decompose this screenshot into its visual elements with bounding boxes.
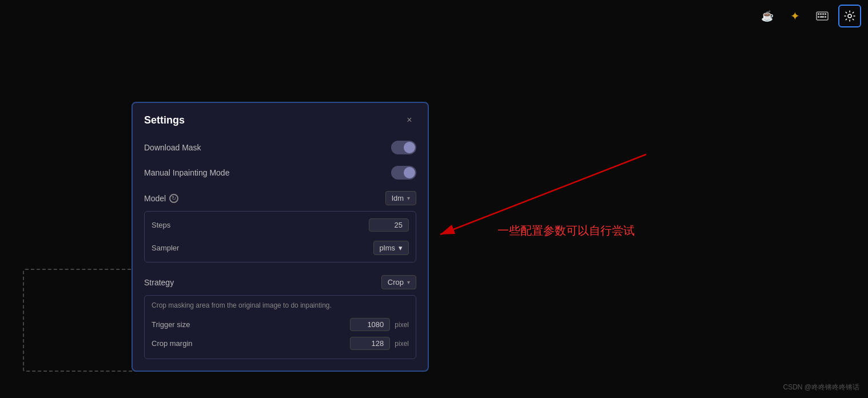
strategy-label: Strategy: [144, 278, 174, 287]
trigger-size-unit: pixel: [395, 321, 409, 329]
steps-label: Steps: [152, 221, 170, 229]
svg-rect-1: [818, 13, 819, 15]
strategy-row: Strategy Crop ▾: [144, 270, 416, 295]
manual-inpainting-row: Manual Inpainting Mode: [144, 160, 416, 185]
keyboard-button[interactable]: [811, 5, 834, 27]
crop-description: Crop masking area from the original imag…: [152, 301, 409, 309]
watermark: CSDN @咚咚锵咚咚锵话: [783, 383, 859, 392]
svg-rect-7: [825, 16, 826, 18]
sun-button[interactable]: ✦: [783, 5, 806, 27]
steps-input[interactable]: [369, 218, 409, 232]
download-mask-toggle[interactable]: [391, 141, 416, 154]
toolbar: ☕ ✦: [749, 0, 868, 32]
sampler-label: Sampler: [152, 244, 179, 252]
steps-row: Steps: [145, 214, 416, 236]
svg-rect-4: [825, 13, 826, 15]
sampler-row: Sampler plms ▾: [145, 236, 416, 260]
dialog-header: Settings ×: [133, 103, 428, 135]
chevron-down-icon: ▾: [407, 195, 410, 201]
model-dropdown[interactable]: ldm ▾: [385, 191, 416, 205]
manual-inpainting-toggle[interactable]: [391, 166, 416, 180]
svg-rect-5: [818, 16, 819, 18]
dialog-title: Settings: [144, 114, 185, 126]
svg-rect-6: [820, 16, 824, 18]
svg-line-10: [440, 154, 646, 234]
crop-margin-group: pixel: [350, 337, 409, 350]
svg-point-8: [848, 14, 851, 18]
sampler-dropdown[interactable]: plms ▾: [373, 241, 409, 255]
crop-margin-row: Crop margin pixel: [152, 334, 409, 353]
chevron-down-icon: ▾: [407, 279, 410, 285]
steps-sampler-panel: Steps Sampler plms ▾: [144, 211, 416, 262]
model-row: Model ↻ ldm ▾: [144, 185, 416, 211]
settings-button[interactable]: [838, 5, 861, 27]
canvas-placeholder: [23, 269, 149, 372]
coffee-button[interactable]: ☕: [756, 5, 779, 27]
download-mask-row: Download Mask: [144, 135, 416, 160]
svg-rect-3: [822, 13, 824, 15]
trigger-size-input[interactable]: [350, 318, 390, 331]
download-mask-label: Download Mask: [144, 143, 201, 152]
crop-margin-unit: pixel: [395, 340, 409, 348]
close-button[interactable]: ×: [403, 113, 416, 127]
crop-margin-input[interactable]: [350, 337, 390, 350]
chevron-down-icon: ▾: [399, 244, 403, 252]
crop-panel: Crop masking area from the original imag…: [144, 295, 416, 359]
annotation-text: 一些配置参数可以自行尝试: [497, 223, 635, 238]
strategy-dropdown[interactable]: Crop ▾: [381, 275, 416, 289]
trigger-size-group: pixel: [350, 318, 409, 331]
trigger-size-row: Trigger size pixel: [152, 315, 409, 334]
manual-inpainting-label: Manual Inpainting Mode: [144, 168, 229, 177]
svg-rect-2: [820, 13, 822, 15]
dialog-body: Download Mask Manual Inpainting Mode Mod…: [133, 135, 428, 371]
crop-margin-label: Crop margin: [152, 339, 193, 348]
settings-dialog: Settings × Download Mask Manual Inpainti…: [132, 102, 429, 372]
model-label: Model ↻: [144, 194, 178, 203]
model-info-icon: ↻: [169, 194, 178, 203]
annotation-arrow: [429, 149, 658, 263]
trigger-size-label: Trigger size: [152, 320, 190, 329]
